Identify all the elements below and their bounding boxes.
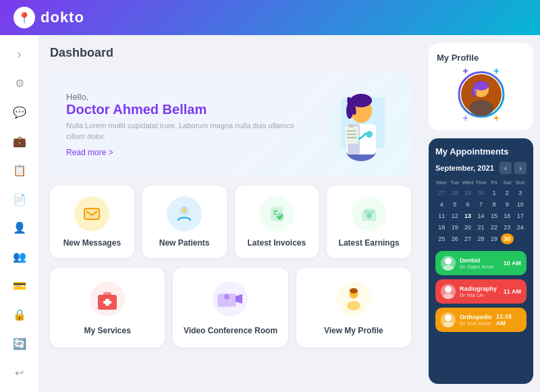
video-label: Video Conference Room [184, 326, 277, 335]
action-card-video[interactable]: Video Conference Room [173, 268, 288, 347]
action-card-profile[interactable]: View My Profile [296, 268, 411, 347]
cal-day[interactable]: 16 [501, 211, 513, 221]
appointment-radio[interactable]: Radiography Dr Nia Lin 11 AM [435, 279, 526, 304]
svg-rect-31 [103, 301, 111, 304]
cal-day[interactable]: 11 [435, 211, 448, 221]
cal-day[interactable]: 28 [475, 233, 487, 244]
stat-cards: New Messages New Patients [50, 186, 411, 258]
calendar-grid: Mon Tue Wed Thur Fri Sat Sun 27 28 29 30… [435, 178, 526, 244]
svg-rect-15 [84, 208, 99, 219]
sidebar-item-lock[interactable]: 🔒 [7, 302, 32, 327]
svg-rect-10 [349, 124, 354, 128]
svg-rect-9 [345, 126, 358, 144]
cal-day[interactable]: 27 [435, 188, 448, 198]
cal-header-sat: Sat [501, 178, 513, 187]
deco-plus-br: + [493, 113, 499, 123]
messages-icon [74, 196, 109, 231]
cal-day[interactable]: 26 [448, 233, 460, 244]
cal-day[interactable]: 29 [488, 233, 500, 244]
svg-point-47 [445, 258, 452, 264]
appt-info-ortho: Orthopedic Dr Tom Krish [460, 314, 492, 327]
svg-point-39 [350, 288, 358, 293]
cal-day[interactable]: 18 [435, 222, 448, 233]
appt-doctor-radio: Dr Nia Lin [460, 292, 500, 298]
services-icon [88, 280, 126, 318]
action-cards: My Services Video Conference Room [50, 268, 411, 347]
read-more-link[interactable]: Read more > [66, 148, 307, 157]
cal-day[interactable]: 15 [488, 211, 500, 221]
cal-day[interactable]: 3 [514, 188, 526, 198]
welcome-name: Doctor Ahmed Bellam [66, 102, 307, 117]
cal-day[interactable]: 6 [462, 199, 474, 210]
cal-day[interactable]: 1 [488, 188, 500, 198]
cal-day[interactable]: 13 [462, 211, 474, 221]
sidebar-item-logout[interactable]: ↩ [7, 360, 32, 385]
invoices-label: Latest Invoices [248, 238, 306, 248]
deco-plus-tr: + [493, 65, 499, 76]
svg-rect-25 [364, 209, 374, 213]
sidebar-item-user[interactable]: 👤 [7, 216, 32, 241]
cal-day[interactable]: 14 [475, 211, 487, 221]
calendar-next[interactable]: › [514, 162, 526, 174]
cal-day[interactable]: 17 [514, 211, 526, 221]
sidebar-item-group[interactable]: 👥 [7, 244, 32, 269]
svg-point-51 [445, 314, 452, 321]
cal-day[interactable]: 28 [448, 188, 460, 198]
cal-day[interactable]: 29 [462, 188, 474, 198]
sidebar-toggle[interactable]: › [7, 42, 32, 67]
sidebar-item-briefcase[interactable]: 💼 [7, 129, 32, 154]
invoices-icon [259, 196, 294, 231]
cal-header-wed: Wed [462, 178, 474, 187]
cal-day-today[interactable]: 30 [501, 233, 513, 244]
cal-day[interactable]: 21 [475, 222, 487, 233]
cal-day [514, 233, 526, 244]
sidebar-item-refresh[interactable]: 🔄 [7, 331, 32, 356]
page-title: Dashboard [50, 46, 411, 60]
cal-day[interactable]: 19 [448, 222, 460, 233]
cal-day[interactable]: 12 [448, 211, 460, 221]
logo: 📍 dokto [14, 7, 84, 28]
stat-card-messages[interactable]: New Messages [50, 186, 134, 258]
cal-day[interactable]: 2 [501, 188, 513, 198]
cal-day[interactable]: 4 [435, 199, 448, 210]
svg-point-40 [347, 301, 360, 310]
sidebar-item-card[interactable]: 💳 [7, 273, 32, 298]
cal-day[interactable]: 22 [488, 222, 500, 233]
cal-day[interactable]: 25 [435, 233, 448, 244]
cal-day[interactable]: 20 [462, 222, 474, 233]
sidebar-item-calendar[interactable]: 📋 [7, 158, 32, 183]
cal-day[interactable]: 7 [475, 199, 487, 210]
sidebar-item-messages[interactable]: 💬 [7, 100, 32, 125]
appt-info-radio: Radiography Dr Nia Lin [460, 285, 500, 298]
cal-day[interactable]: 23 [501, 222, 513, 233]
stat-card-earnings[interactable]: Latest Earnings [327, 186, 411, 258]
video-icon [211, 280, 249, 318]
sidebar-item-documents[interactable]: 📄 [7, 187, 32, 212]
action-card-services[interactable]: My Services [50, 268, 165, 347]
cal-day[interactable]: 27 [462, 233, 474, 244]
cal-day[interactable]: 24 [514, 222, 526, 233]
cal-day[interactable]: 30 [475, 188, 487, 198]
profile-card: My Profile + + + + [429, 43, 533, 130]
welcome-banner: Hello, Doctor Ahmed Bellam Nulla Lorem m… [50, 72, 411, 176]
appointments-title: My Appointments [435, 146, 526, 157]
appointment-dentist[interactable]: Dentist Dr Salim Krish 10 AM [435, 251, 526, 275]
logo-icon: 📍 [14, 7, 35, 28]
sidebar-item-settings[interactable]: ⚙ [7, 71, 32, 96]
calendar-month: September, 2021 [435, 164, 494, 172]
stat-card-patients[interactable]: New Patients [142, 186, 227, 258]
welcome-greeting: Hello, Doctor Ahmed Bellam [66, 92, 307, 117]
cal-day[interactable]: 5 [448, 199, 460, 210]
stat-card-invoices[interactable]: Latest Invoices [235, 186, 319, 258]
cal-day[interactable]: 10 [514, 199, 526, 210]
calendar-prev[interactable]: ‹ [500, 162, 512, 174]
doctor-illustration [307, 87, 395, 161]
cal-day[interactable]: 8 [488, 199, 500, 210]
main-content: Dashboard Hello, Doctor Ahmed Bellam Nul… [39, 35, 422, 392]
cal-day[interactable]: 9 [501, 199, 513, 210]
earnings-icon [352, 196, 387, 231]
appointment-ortho[interactable]: Orthopedic Dr Tom Krish 11:15 AM [435, 308, 526, 332]
services-label: My Services [84, 326, 130, 335]
logo-text: dokto [40, 9, 84, 26]
appt-specialty-ortho: Orthopedic [460, 314, 492, 320]
